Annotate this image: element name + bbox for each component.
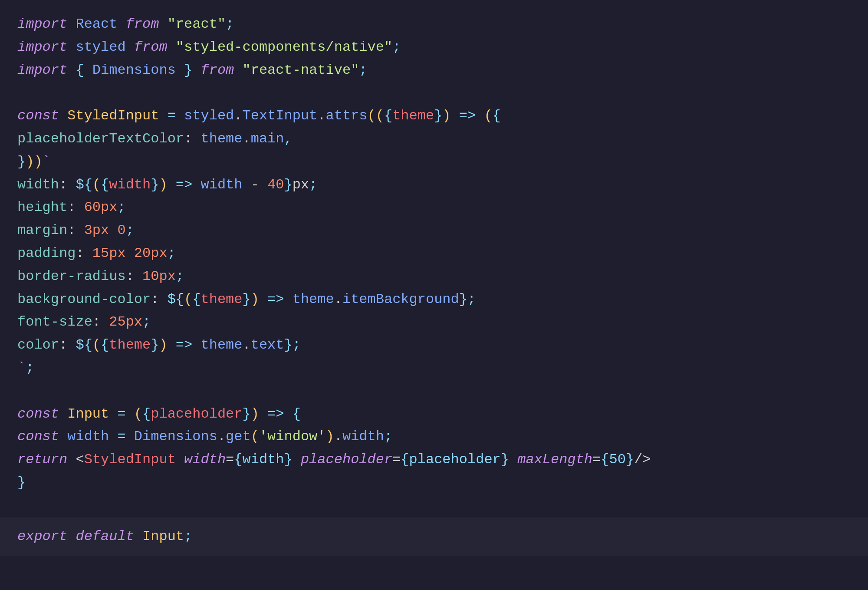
identifier-dimensions2: Dimensions bbox=[134, 428, 217, 445]
code-editor: import React from "react"; import styled… bbox=[17, 13, 851, 556]
param-placeholder: placeholder bbox=[151, 406, 242, 422]
paren-close9: ) bbox=[326, 428, 334, 445]
keyword-return: return bbox=[17, 452, 67, 468]
blank-line-2 bbox=[17, 380, 851, 403]
space11 bbox=[109, 406, 117, 422]
identifier-styled2: styled bbox=[184, 108, 234, 124]
space5 bbox=[192, 177, 201, 193]
jsx-tag-styledinput: StyledInput bbox=[84, 452, 176, 468]
paren-open6: ( bbox=[184, 291, 192, 307]
theme-ref2: theme bbox=[293, 291, 334, 307]
identifier-react: React bbox=[76, 16, 117, 32]
paren-open5: ( bbox=[92, 177, 101, 193]
semi2: ; bbox=[117, 199, 125, 215]
paren-open8: ( bbox=[134, 406, 142, 422]
brace-close7: } bbox=[242, 406, 250, 422]
jsx-val-placeholder: {placeholder} bbox=[401, 452, 509, 468]
keyword-from: from bbox=[201, 62, 234, 78]
paren-close6: ) bbox=[251, 291, 259, 307]
dot6: . bbox=[217, 428, 226, 445]
keyword-const3: const bbox=[17, 428, 59, 445]
brace-open7: { bbox=[142, 406, 151, 422]
method-get: get bbox=[226, 428, 251, 445]
val-60px: 60px bbox=[84, 199, 118, 215]
string-window: 'window' bbox=[259, 428, 326, 445]
jsx-attr-placeholder: placeholder bbox=[301, 452, 392, 468]
semi7: ; bbox=[142, 314, 151, 330]
plain-text bbox=[67, 16, 76, 32]
lt: < bbox=[76, 452, 84, 468]
brace-open2: { bbox=[384, 108, 392, 124]
keyword-import: import bbox=[17, 62, 67, 78]
space12 bbox=[126, 406, 134, 422]
code-line-13: font-size: 25px; bbox=[17, 311, 851, 334]
semi1: ; bbox=[309, 177, 317, 193]
code-line-7: width: ${({width}) => width - 40}px; bbox=[17, 174, 851, 197]
plain-text bbox=[176, 62, 184, 78]
paren-close4: ) bbox=[34, 154, 42, 170]
space bbox=[59, 108, 67, 124]
space2 bbox=[451, 108, 459, 124]
px1: px bbox=[293, 177, 309, 193]
jsx-val-width: {width} bbox=[234, 452, 292, 468]
space13 bbox=[259, 406, 267, 422]
code-line-4: const StyledInput = styled.TextInput.att… bbox=[17, 105, 851, 128]
identifier-input2: Input bbox=[142, 528, 184, 544]
plain-text bbox=[168, 39, 176, 55]
prop-padding: padding bbox=[17, 245, 76, 261]
brace-close6: } bbox=[151, 337, 159, 353]
code-line-3: import { Dimensions } from "react-native… bbox=[17, 59, 851, 82]
template-end: } bbox=[284, 177, 293, 193]
template-start3: ${ bbox=[76, 337, 92, 353]
space22 bbox=[67, 528, 76, 544]
minus: - bbox=[242, 177, 267, 193]
space17 bbox=[126, 428, 134, 445]
brace-open8: { bbox=[293, 406, 301, 422]
arrow3: => bbox=[267, 291, 284, 307]
plain-text bbox=[84, 62, 92, 78]
space19 bbox=[176, 452, 184, 468]
semicolon: ; bbox=[226, 16, 234, 32]
template-start2: ${ bbox=[168, 291, 184, 307]
keyword-from: from bbox=[134, 39, 168, 55]
space18 bbox=[67, 452, 76, 468]
blank-line bbox=[17, 82, 851, 105]
param-theme2: theme bbox=[201, 291, 242, 307]
semi5: ; bbox=[176, 268, 184, 284]
plain-text bbox=[234, 62, 242, 78]
prop-width2: width bbox=[342, 428, 384, 445]
template-end2: } bbox=[459, 291, 467, 307]
identifier-styledinput: StyledInput bbox=[67, 108, 159, 124]
code-line-19: } bbox=[17, 471, 851, 494]
colon: : bbox=[92, 314, 109, 330]
colon: : bbox=[126, 268, 142, 284]
val-10px: 10px bbox=[142, 268, 176, 284]
jsx-val-50: {50} bbox=[601, 452, 634, 468]
val-width: width bbox=[201, 177, 242, 193]
keyword-from: from bbox=[126, 16, 159, 32]
dot7: . bbox=[334, 428, 342, 445]
backtick-close: ` bbox=[17, 360, 26, 376]
plain-text bbox=[192, 62, 201, 78]
param-theme: theme bbox=[392, 108, 434, 124]
brace-open5: { bbox=[192, 291, 201, 307]
equals2: = bbox=[117, 406, 125, 422]
semicolon: ; bbox=[359, 62, 367, 78]
string-react-native: "react-native" bbox=[242, 62, 359, 78]
semicolon: ; bbox=[392, 39, 401, 55]
dot5: . bbox=[242, 337, 250, 353]
paren-close5: ) bbox=[159, 177, 167, 193]
jsx-attr-maxlength: maxLength bbox=[517, 452, 592, 468]
space8 bbox=[168, 337, 176, 353]
code-line-6: }))` bbox=[17, 151, 851, 174]
space4 bbox=[168, 177, 176, 193]
keyword-import: import bbox=[17, 39, 67, 55]
code-line-15: `; bbox=[17, 357, 851, 380]
brace-close9: } bbox=[17, 475, 26, 491]
paren-close3: ) bbox=[26, 154, 34, 170]
space6 bbox=[259, 291, 267, 307]
num-40: 40 bbox=[267, 177, 284, 193]
prop-border-radius: border-radius bbox=[17, 268, 126, 284]
prop-width: width bbox=[17, 177, 59, 193]
code-line-1: import React from "react"; bbox=[17, 13, 851, 36]
